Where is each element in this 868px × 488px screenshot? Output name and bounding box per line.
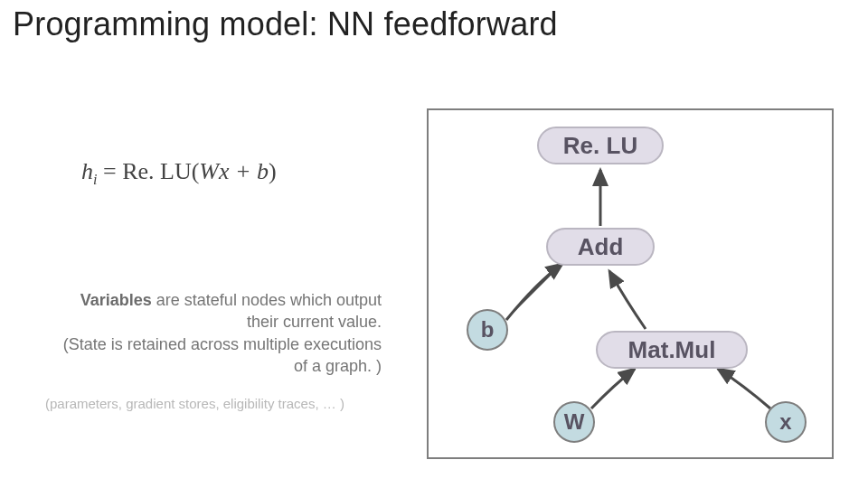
edge-x-to-matmul xyxy=(718,369,770,408)
node-add: Add xyxy=(546,228,655,266)
eq-lhs-var: h xyxy=(81,158,93,184)
eq-inner: Wx + b xyxy=(199,158,269,184)
node-matmul: Mat.Mul xyxy=(596,331,748,369)
eq-equals: = xyxy=(103,158,122,184)
node-x: x xyxy=(765,401,807,443)
blurb-text-1: are stateful nodes which output their cu… xyxy=(152,291,382,331)
edge-matmul-to-add xyxy=(609,271,646,329)
eq-close: ) xyxy=(269,158,277,184)
diagram-inner: Re. LU Add Mat.Mul b W x xyxy=(429,110,832,457)
edge-w-to-matmul xyxy=(591,369,635,408)
node-w: W xyxy=(553,401,595,443)
diagram-frame: Re. LU Add Mat.Mul b W x xyxy=(427,108,834,459)
edge-b-to-add xyxy=(506,264,562,320)
slide-title: Programming model: NN feedforward xyxy=(13,5,558,43)
node-b: b xyxy=(467,309,508,351)
slide-root: Programming model: NN feedforward hi = R… xyxy=(0,0,868,488)
footnote: (parameters, gradient stores, eligibilit… xyxy=(45,396,382,411)
eq-op: Re. LU xyxy=(122,158,192,184)
blurb-text-2: (State is retained across multiple execu… xyxy=(63,335,382,375)
equation: hi = Re. LU(Wx + b) xyxy=(81,158,277,188)
eq-lhs-sub: i xyxy=(93,172,97,187)
node-relu: Re. LU xyxy=(537,127,664,164)
variables-blurb: Variables are stateful nodes which outpu… xyxy=(45,289,382,377)
blurb-bold: Variables xyxy=(80,291,152,309)
